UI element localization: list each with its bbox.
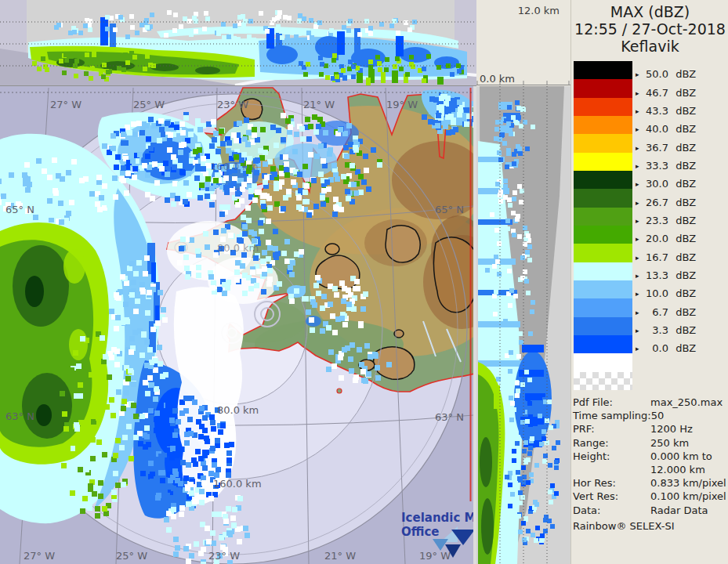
legend-label: 20.0 dBZ xyxy=(642,233,696,244)
legend-swatch xyxy=(574,244,632,262)
lon-label-top-23w: 23° W xyxy=(217,99,248,110)
legend-label: 16.7 dBZ xyxy=(642,251,696,263)
legend-value: 6.7 xyxy=(642,306,668,318)
metadata-label: Rainbow® SELEX-SI xyxy=(573,520,675,532)
eiriksjokull-glacier xyxy=(325,244,339,255)
legend-label: 30.0 dBZ xyxy=(642,178,696,190)
legend-label: 13.3 dBZ xyxy=(642,269,696,281)
legend-label: 50.0 dBZ xyxy=(642,68,696,80)
legend-swatch xyxy=(574,116,632,135)
legend-swatch xyxy=(574,61,632,80)
legend-unit: dBZ xyxy=(668,306,696,318)
vestmannaeyjar-island xyxy=(337,389,342,393)
info-sidebar: MAX (dBZ) 12:55 / 27-Oct-2018 Keflavik ▸… xyxy=(570,0,728,564)
lon-label-bottom-21w: 21° W xyxy=(324,551,356,562)
product-datetime: 12:55 / 27-Oct-2018 xyxy=(571,20,728,38)
legend-swatch xyxy=(574,280,632,299)
ring-label-160-top: 160.0 km xyxy=(210,161,259,172)
legend-value: 46.7 xyxy=(642,87,668,99)
legend-label: 0.0 dBZ xyxy=(642,342,696,354)
legend-value: 3.3 xyxy=(642,324,668,336)
lon-label-bottom-25w: 25° W xyxy=(116,551,147,562)
radar-application-window: 12.0 km 0.0 km xyxy=(0,0,728,564)
legend-arrow-icon: ▸ xyxy=(636,327,639,334)
legend-unit: dBZ xyxy=(668,233,696,244)
legend-swatch xyxy=(574,298,632,317)
legend-unit: dBZ xyxy=(668,87,696,99)
legend-value: 20.0 xyxy=(642,233,668,244)
legend-unit: dBZ xyxy=(668,324,696,336)
metadata-label: Data: xyxy=(573,504,600,516)
radar-map[interactable]: 27° W 25° W 23° W 21° W 19° W 27° W 25° … xyxy=(0,86,473,564)
met-office-logo-icon xyxy=(426,520,476,561)
lon-label-top-27w: 27° W xyxy=(50,99,81,110)
legend-value: 30.0 xyxy=(642,178,668,190)
metadata-label: Pdf File: xyxy=(573,396,613,408)
product-title: MAX (dBZ) xyxy=(571,3,728,20)
legend-arrow-icon: ▸ xyxy=(636,70,639,78)
legend-swatch-white xyxy=(574,353,632,372)
lat-label-left-65n: 65° N xyxy=(5,204,34,215)
metadata-value: 250 km xyxy=(650,437,689,449)
metadata-label: Hor Res: xyxy=(573,477,616,489)
legend-value: 43.3 xyxy=(642,105,668,117)
legend-label: 33.3 dBZ xyxy=(642,160,696,172)
legend-swatch xyxy=(574,98,632,117)
metadata-value: 0.833 km/pixel xyxy=(650,477,726,489)
right-cross-section-panel xyxy=(476,86,570,564)
metadata-label: Height: xyxy=(573,450,610,462)
metadata-value: 12.000 km xyxy=(650,464,705,475)
ring-label-80-bottom: 80.0 km xyxy=(217,405,259,416)
legend-swatch xyxy=(574,208,632,226)
legend-swatch-transparent xyxy=(574,372,632,391)
lon-label-top-19w: 19° W xyxy=(386,99,418,110)
legend-label: 26.7 dBZ xyxy=(642,197,696,208)
axis-corner-panel: 12.0 km 0.0 km xyxy=(476,0,570,86)
legend-label: 23.3 dBZ xyxy=(642,215,696,226)
legend-unit: dBZ xyxy=(668,197,696,208)
lat-label-left-63n: 63° N xyxy=(5,411,34,422)
hofsjokull-glacier xyxy=(386,226,420,262)
legend-swatch xyxy=(574,262,632,281)
vertical-slice-indicator xyxy=(470,88,472,501)
legend-arrow-icon: ▸ xyxy=(636,254,639,262)
legend-unit: dBZ xyxy=(668,142,696,154)
metadata-value: 1200 Hz xyxy=(650,423,693,435)
height-min-label: 0.0 km xyxy=(480,73,515,85)
legend-unit: dBZ xyxy=(668,178,696,190)
legend-label: 43.3 dBZ xyxy=(642,105,696,117)
lat-label-right-63n: 63° N xyxy=(435,412,464,423)
metadata-label: Time sampling:50 xyxy=(573,410,664,421)
metadata-value: 0.100 km/pixel xyxy=(650,490,726,502)
legend-unit: dBZ xyxy=(668,269,696,281)
legend-value: 36.7 xyxy=(642,142,668,154)
legend-unit: dBZ xyxy=(668,160,696,172)
site-name: Keflavik xyxy=(571,38,728,55)
legend-label: 6.7 dBZ xyxy=(642,306,696,318)
legend-unit: dBZ xyxy=(668,251,696,263)
metadata-label: Range: xyxy=(573,437,609,449)
legend-label: 3.3 dBZ xyxy=(642,324,696,336)
lon-label-top-25w: 25° W xyxy=(133,99,165,110)
legend-unit: dBZ xyxy=(668,123,696,135)
metadata-label: PRF: xyxy=(573,423,595,435)
legend-arrow-icon: ▸ xyxy=(636,290,639,298)
ring-label-160-bottom: 160.0 km xyxy=(213,479,262,490)
legend-label: 36.7 dBZ xyxy=(642,142,696,154)
metadata-value: Radar Data xyxy=(650,504,708,516)
legend-label: 40.0 dBZ xyxy=(642,123,696,135)
metadata-value: 0.000 km to xyxy=(650,450,712,462)
legend-value: 0.0 xyxy=(642,342,668,354)
legend-unit: dBZ xyxy=(668,105,696,117)
metadata-label: Vert Res: xyxy=(573,490,618,502)
legend-arrow-icon: ▸ xyxy=(636,107,639,115)
legend-arrow-icon: ▸ xyxy=(636,162,639,170)
legend-label: 46.7 dBZ xyxy=(642,87,696,99)
legend-swatch xyxy=(574,79,632,98)
legend-arrow-icon: ▸ xyxy=(636,125,639,133)
legend-arrow-icon: ▸ xyxy=(636,345,639,352)
legend-swatch xyxy=(574,226,632,244)
legend-swatch xyxy=(574,317,632,336)
lon-label-bottom-27w: 27° W xyxy=(24,551,55,562)
legend-value: 50.0 xyxy=(642,68,668,80)
